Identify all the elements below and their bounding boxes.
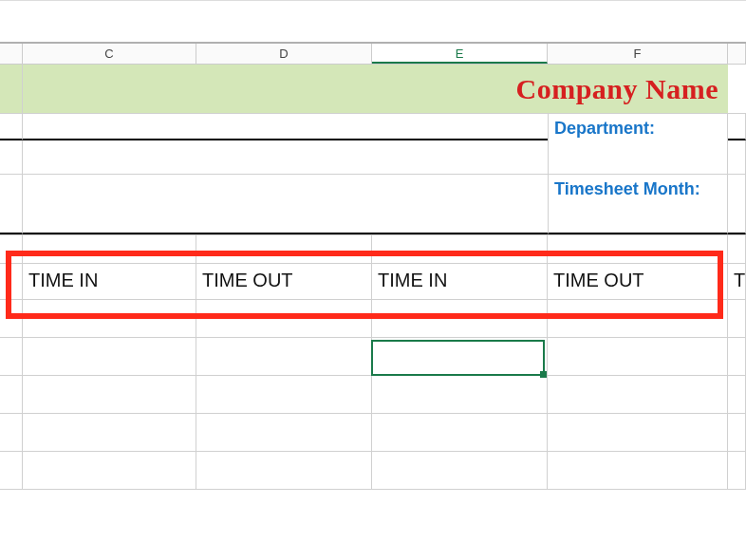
- column-header-g-partial[interactable]: [728, 44, 746, 64]
- department-label: Department:: [554, 119, 655, 138]
- column-headers-row: C D E F: [0, 44, 746, 65]
- cell[interactable]: [196, 175, 372, 234]
- cell[interactable]: [196, 338, 372, 375]
- cell[interactable]: [0, 414, 23, 451]
- cell[interactable]: [0, 264, 23, 299]
- timesheet-month-row: Timesheet Month:: [0, 175, 746, 235]
- cell[interactable]: [728, 235, 746, 263]
- cell[interactable]: [548, 414, 728, 451]
- cell[interactable]: [548, 338, 728, 375]
- table-headers-row: TIME IN TIME OUT TIME IN TIME OUT T: [0, 264, 746, 300]
- cell[interactable]: [196, 114, 372, 140]
- cell[interactable]: [372, 140, 548, 174]
- cell[interactable]: [196, 414, 372, 451]
- cell[interactable]: [728, 114, 746, 140]
- title-row: Company Name: [0, 65, 746, 114]
- department-value-row: [0, 140, 746, 175]
- cell[interactable]: [728, 376, 746, 413]
- cell[interactable]: [548, 376, 728, 413]
- cell[interactable]: [196, 376, 372, 413]
- cell[interactable]: [0, 235, 23, 263]
- cell[interactable]: [23, 235, 196, 263]
- column-header-c[interactable]: C: [23, 44, 196, 64]
- column-header-f[interactable]: F: [548, 44, 728, 64]
- cell[interactable]: [23, 300, 196, 337]
- column-header-d[interactable]: D: [196, 44, 372, 64]
- department-value-cell[interactable]: [548, 140, 728, 174]
- cell[interactable]: [23, 114, 196, 140]
- cell[interactable]: [372, 175, 548, 234]
- header-time-in-1[interactable]: TIME IN: [23, 264, 196, 299]
- department-label-cell[interactable]: Department:: [548, 114, 728, 140]
- window-chrome-stub: [0, 0, 746, 44]
- cell[interactable]: [372, 114, 548, 140]
- header-time-out-1[interactable]: TIME OUT: [196, 264, 372, 299]
- cell[interactable]: [728, 414, 746, 451]
- cell[interactable]: [23, 376, 196, 413]
- cell[interactable]: [0, 175, 23, 234]
- cell[interactable]: [0, 376, 23, 413]
- cell[interactable]: [0, 114, 23, 140]
- cell[interactable]: [23, 414, 196, 451]
- column-header-e[interactable]: E: [372, 44, 548, 64]
- table-row: [0, 376, 746, 414]
- cell[interactable]: [0, 338, 23, 375]
- cell[interactable]: [548, 300, 728, 337]
- header-time-in-2[interactable]: TIME IN: [372, 264, 548, 299]
- table-row: [0, 300, 746, 338]
- spacer-row: [0, 235, 746, 264]
- company-title-cell[interactable]: Company Name: [23, 65, 728, 113]
- cell[interactable]: [0, 300, 23, 337]
- cell[interactable]: [548, 235, 728, 263]
- cell[interactable]: [196, 300, 372, 337]
- cell[interactable]: [23, 175, 196, 234]
- cell[interactable]: [728, 300, 746, 337]
- company-title: Company Name: [516, 73, 719, 105]
- cell[interactable]: [728, 338, 746, 375]
- cell-b-title[interactable]: [0, 65, 23, 113]
- table-row: [0, 338, 746, 376]
- cell[interactable]: [196, 140, 372, 174]
- header-total-partial[interactable]: T: [728, 264, 746, 299]
- table-row: [0, 414, 746, 452]
- cell[interactable]: [196, 235, 372, 263]
- table-row: [0, 452, 746, 490]
- cell[interactable]: [372, 300, 548, 337]
- cell[interactable]: [728, 452, 746, 489]
- header-time-out-2[interactable]: TIME OUT: [548, 264, 728, 299]
- cell[interactable]: [0, 452, 23, 489]
- column-header-b-partial[interactable]: [0, 44, 23, 64]
- cell[interactable]: [728, 175, 746, 234]
- cell[interactable]: [23, 452, 196, 489]
- cell[interactable]: [728, 140, 746, 174]
- selected-cell[interactable]: [372, 376, 548, 413]
- cell[interactable]: [196, 452, 372, 489]
- cell[interactable]: [372, 452, 548, 489]
- spreadsheet-grid: Company Name Department: Timesheet Month…: [0, 65, 746, 490]
- cell[interactable]: [372, 235, 548, 263]
- department-label-row: Department:: [0, 114, 746, 140]
- cell[interactable]: [23, 140, 196, 174]
- cell[interactable]: [23, 338, 196, 375]
- cell[interactable]: [372, 414, 548, 451]
- timesheet-month-label-cell[interactable]: Timesheet Month:: [548, 175, 728, 234]
- cell[interactable]: [372, 338, 548, 375]
- cell[interactable]: [0, 140, 23, 174]
- timesheet-month-label: Timesheet Month:: [554, 179, 700, 198]
- cell[interactable]: [548, 452, 728, 489]
